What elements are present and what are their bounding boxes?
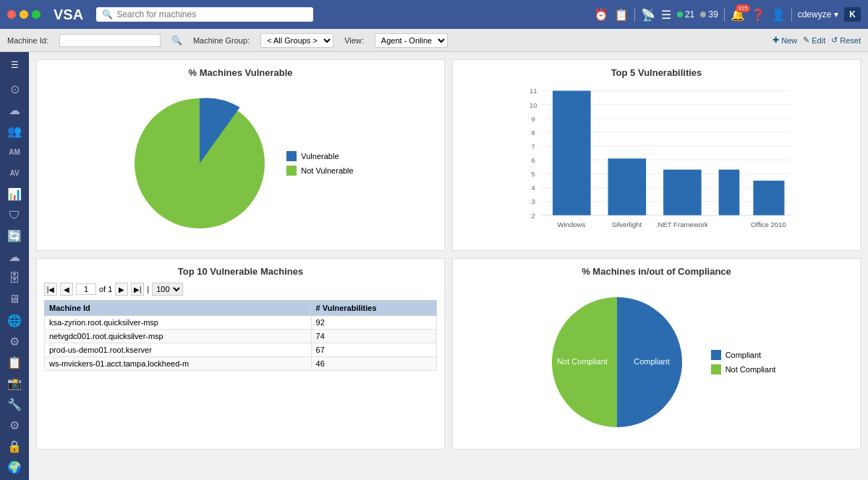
- help-icon[interactable]: ❓: [751, 8, 765, 22]
- sidebar-item-users[interactable]: 👥: [3, 122, 26, 140]
- sidebar-item-discovery[interactable]: ⊙: [3, 80, 26, 98]
- notification-badge: 315: [736, 4, 749, 12]
- bar-chart-area: 11 10 9 8 7 6 5 4 3 2: [460, 84, 853, 243]
- divider: [634, 7, 635, 22]
- sidebar-item-camera[interactable]: 📸: [3, 374, 26, 393]
- sidebar-item-av[interactable]: AV: [3, 164, 26, 182]
- toolbar-actions: ✚ New ✎ Edit ↺ Reset: [773, 35, 861, 45]
- minimize-button[interactable]: [20, 10, 28, 19]
- sidebar-item-clipboard[interactable]: 📋: [3, 353, 26, 372]
- reset-button[interactable]: ↺ Reset: [831, 35, 861, 45]
- sidebar-item-cloud[interactable]: ☁: [3, 101, 26, 119]
- prev-page-button[interactable]: ◀: [60, 283, 73, 296]
- last-page-button[interactable]: ▶|: [131, 283, 144, 296]
- machine-id-label: Machine Id:: [7, 36, 48, 45]
- sidebar-item-am[interactable]: AM: [3, 143, 26, 161]
- sidebar-item-refresh[interactable]: 🔄: [3, 227, 26, 245]
- machine-id-input[interactable]: [59, 34, 161, 47]
- machine-id-cell: ksa-zyrion.root.quicksilver-msp: [45, 316, 312, 330]
- sidebar-item-tools[interactable]: 🔧: [3, 395, 26, 413]
- chevron-down-icon: ▾: [834, 9, 838, 20]
- sidebar-item-lock[interactable]: 🔒: [3, 437, 26, 455]
- svg-text:2: 2: [532, 212, 535, 220]
- network-icon[interactable]: 📡: [641, 8, 655, 22]
- user-menu[interactable]: cdewyze ▾: [798, 9, 839, 20]
- per-page-select[interactable]: 100: [152, 283, 183, 296]
- machine-toolbar: Machine Id: 🔍 Machine Group: < All Group…: [0, 29, 868, 52]
- sidebar: ☰ ⊙ ☁ 👥 AM AV 📊 🛡 🔄 ☁ 🗄 🖥 🌐 ⚙ 📋 📸 🔧 ⚙ 🔒 …: [0, 52, 29, 480]
- next-page-button[interactable]: ▶: [115, 283, 128, 296]
- machine-id-cell: ws-mvickers-01.acct.tampa.lockheed-m: [45, 357, 312, 371]
- compliant-swatch: [711, 350, 721, 360]
- search-input[interactable]: [116, 9, 307, 20]
- sidebar-item-cloud2[interactable]: ☁: [3, 248, 26, 266]
- vuln-count-cell: 67: [311, 343, 436, 357]
- col-vulnerabilities: # Vulnerabilities: [311, 301, 436, 316]
- vulnerable-label: Vulnerable: [301, 152, 339, 160]
- new-button[interactable]: ✚ New: [773, 35, 797, 45]
- machine-id-cell: netvgdc001.root.quicksilver-msp: [45, 330, 312, 343]
- offline-count-group: 39: [700, 9, 718, 20]
- sidebar-item-settings[interactable]: ⚙: [3, 333, 26, 351]
- svg-text:6: 6: [532, 156, 535, 164]
- vulnerable-machines-table: Machine Id # Vulnerabilities ksa-zyrion.…: [44, 300, 437, 371]
- table-row: netvgdc001.root.quicksilver-msp74: [45, 330, 437, 343]
- online-count-group: 21: [677, 9, 694, 20]
- svg-text:Office 2010: Office 2010: [751, 220, 786, 228]
- sidebar-item-globe[interactable]: 🌍: [3, 458, 26, 476]
- close-button[interactable]: [7, 10, 16, 19]
- account-icon[interactable]: 👤: [771, 8, 786, 22]
- online-count: 21: [685, 9, 694, 20]
- search-bar: 🔍: [96, 7, 313, 22]
- edit-icon: ✎: [803, 35, 809, 45]
- compliance-pie-panel: % Machines in/out of Compliance Not Comp…: [452, 258, 861, 450]
- compliance-pie-container: Not Compliant Compliant Compliant Not Co…: [460, 283, 853, 442]
- svg-text:Not Compliant: Not Compliant: [557, 357, 608, 366]
- file-icon[interactable]: 📋: [614, 8, 629, 22]
- top10-title: Top 10 Vulnerable Machines: [44, 266, 437, 277]
- first-page-button[interactable]: |◀: [44, 283, 57, 296]
- notification-button[interactable]: 🔔 315: [731, 8, 745, 22]
- not-compliant-label: Not Compliant: [726, 365, 776, 374]
- sidebar-item-gear[interactable]: ⚙: [3, 416, 26, 434]
- search-machine-icon[interactable]: 🔍: [171, 35, 182, 46]
- sidebar-item-monitor[interactable]: 🖥: [3, 291, 26, 309]
- bar-chart-svg: 11 10 9 8 7 6 5 4 3 2: [460, 84, 853, 243]
- page-input[interactable]: [76, 283, 96, 295]
- sidebar-item-network[interactable]: 🌐: [3, 312, 26, 330]
- app-logo: VSA: [54, 7, 83, 23]
- vulnerable-pie-panel: % Machines Vulnerable Vulnerable: [36, 59, 445, 251]
- divider2: [724, 7, 725, 22]
- traffic-lights: [7, 10, 41, 19]
- edit-button[interactable]: ✎ Edit: [803, 35, 825, 45]
- k-icon[interactable]: K: [844, 7, 861, 22]
- sidebar-item-reports[interactable]: 📊: [3, 185, 26, 203]
- machine-id-cell: prod-us-demo01.root.kserver: [45, 343, 312, 357]
- bar-office: [753, 181, 784, 215]
- svg-text:11: 11: [529, 87, 537, 95]
- machine-group-select[interactable]: < All Groups >: [260, 33, 333, 48]
- svg-text:4: 4: [532, 184, 536, 192]
- sidebar-item-security[interactable]: 🛡: [3, 206, 26, 224]
- vulnerable-swatch: [286, 151, 297, 161]
- vulnerable-legend-vulnerable: Vulnerable: [286, 151, 353, 161]
- list-icon[interactable]: ☰: [661, 8, 671, 22]
- top10-machines-panel: Top 10 Vulnerable Machines |◀ ◀ of 1 ▶ ▶…: [36, 258, 445, 450]
- maximize-button[interactable]: [32, 10, 41, 19]
- view-select[interactable]: Agent - Online: [375, 33, 448, 48]
- top5-vuln-title: Top 5 Vulnerabilities: [460, 67, 853, 78]
- pager-separator: |: [147, 285, 149, 293]
- clock-icon[interactable]: ⏰: [594, 8, 608, 22]
- svg-text:7: 7: [532, 142, 535, 150]
- main-content: % Machines Vulnerable Vulnerable: [29, 52, 868, 480]
- sidebar-toggle[interactable]: ☰: [3, 56, 26, 74]
- vuln-count-cell: 74: [311, 330, 436, 343]
- compliance-legend: Compliant Not Compliant: [711, 350, 776, 374]
- charts-grid: % Machines Vulnerable Vulnerable: [36, 59, 861, 450]
- compliant-label: Compliant: [726, 351, 762, 359]
- vulnerable-legend: Vulnerable Not Vulnerable: [286, 151, 353, 176]
- header-right: ⏰ 📋 📡 ☰ 21 39 🔔 315 ❓ 👤 cdewyze ▾ K: [594, 7, 861, 22]
- machine-group-label: Machine Group:: [193, 36, 250, 45]
- divider3: [791, 7, 792, 22]
- sidebar-item-database[interactable]: 🗄: [3, 269, 26, 287]
